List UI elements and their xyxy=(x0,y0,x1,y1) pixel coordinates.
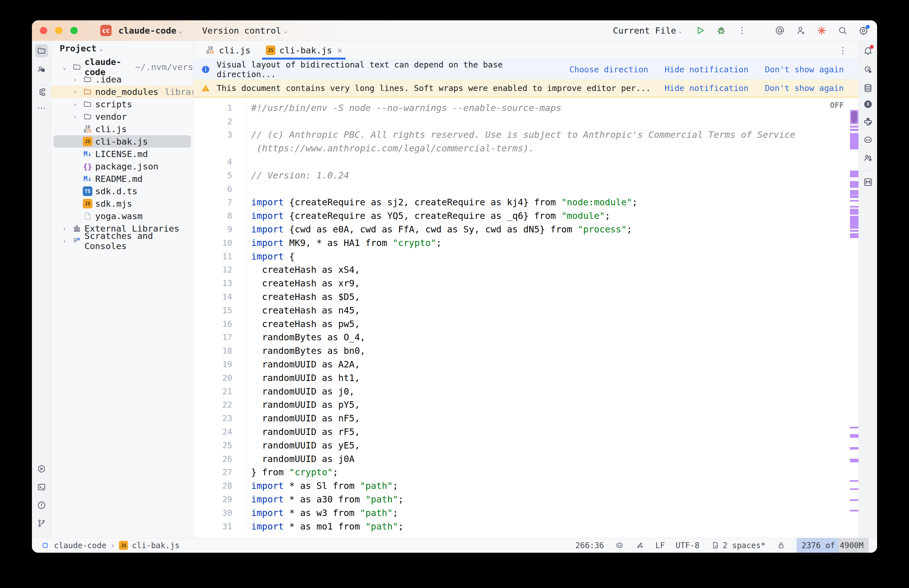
soft-wrap-indicator[interactable]: OFF xyxy=(830,101,844,110)
breadcrumb-file[interactable]: cli-bak.js xyxy=(132,541,180,550)
tree-item-label: vendor xyxy=(95,111,127,122)
tree-row[interactable]: ›node_moduleslibrary xyxy=(51,86,193,98)
editor-tab-bar: 10OJScli.jsJScli-bak.js×⋮ xyxy=(194,41,859,60)
run-configuration-selector[interactable]: Current File ⌄ xyxy=(610,26,685,36)
problems-icon[interactable] xyxy=(35,499,48,512)
line-number: 28 xyxy=(194,479,247,493)
ai-burst-icon[interactable] xyxy=(816,25,827,36)
chevron-right-icon[interactable]: › xyxy=(70,113,80,120)
tree-row[interactable]: ⌄claude-code~/.nvm/vers xyxy=(51,61,193,73)
line-number: 29 xyxy=(194,493,247,506)
notifications-bell-icon[interactable] xyxy=(862,44,874,57)
tree-row[interactable]: M↓LICENSE.md xyxy=(51,148,193,160)
tree-row[interactable]: 10OJScli.js xyxy=(51,123,193,135)
chevron-right-icon[interactable]: › xyxy=(70,89,80,95)
chevron-right-icon[interactable]: › xyxy=(70,76,80,83)
more-vertical-icon[interactable] xyxy=(736,25,748,36)
close-tab-icon[interactable]: × xyxy=(337,45,342,55)
dependency-icon[interactable] xyxy=(862,116,874,128)
banner-action-link[interactable]: Hide notification xyxy=(665,83,749,93)
code-line: 4 xyxy=(194,155,859,169)
zoom-window-button[interactable] xyxy=(70,27,77,34)
tree-item-label: sdk.mjs xyxy=(95,199,132,209)
tree-item-label: package.json xyxy=(95,161,158,171)
code-text: import {createRequire as sj2, createRequ… xyxy=(247,197,638,208)
line-number: 2 xyxy=(194,115,247,128)
tree-row[interactable]: ›Scratches and Consoles xyxy=(51,235,193,247)
banner-action-link[interactable]: Don't show again xyxy=(765,65,844,74)
change-mark xyxy=(850,133,859,149)
code-line: 29import * as a30 from "path"; xyxy=(194,493,859,506)
code-text: import {createRequire as YQ5, createRequ… xyxy=(247,210,610,221)
tab-label: cli.js xyxy=(219,45,250,55)
copilot-icon[interactable] xyxy=(862,134,874,146)
tab-cli.js[interactable]: 10OJScli.js xyxy=(197,41,258,60)
chevron-right-icon[interactable]: › xyxy=(70,101,80,108)
tree-item-label: sdk.d.ts xyxy=(95,186,137,196)
chevron-right-icon[interactable]: › xyxy=(60,237,69,245)
ide-window: cc claude-code ⌄ Version control ⌄ Curre… xyxy=(32,20,877,553)
indent-config-icon xyxy=(710,541,720,550)
project-widget[interactable]: claude-code ⌄ xyxy=(116,26,185,36)
more-horizontal-icon[interactable] xyxy=(35,102,48,115)
tab-options-icon[interactable]: ⋮ xyxy=(839,41,847,60)
git-branch-icon[interactable] xyxy=(35,517,48,530)
settings-gear-icon[interactable] xyxy=(858,25,869,36)
change-mark xyxy=(850,206,859,208)
tree-row[interactable]: {}package.json xyxy=(51,160,193,173)
encoding-selector[interactable]: UTF-8 xyxy=(676,541,699,550)
highlighting-off-icon[interactable] xyxy=(635,541,644,550)
tree-row-content: 10OJScli.js xyxy=(51,124,127,134)
close-window-button[interactable] xyxy=(40,27,47,34)
code-with-me-icon[interactable] xyxy=(862,152,874,164)
tree-item-label: scripts xyxy=(95,99,132,109)
database-icon[interactable] xyxy=(862,82,874,94)
terminal-icon[interactable] xyxy=(35,481,48,494)
debug-icon[interactable] xyxy=(715,25,727,36)
line-number: 9 xyxy=(194,223,247,236)
line-number: 20 xyxy=(194,371,247,384)
project-folder-icon[interactable] xyxy=(35,44,48,57)
x-circle-icon[interactable]: X xyxy=(862,98,874,110)
line-ending-selector[interactable]: LF xyxy=(656,541,665,550)
breadcrumb-project[interactable]: claude-code xyxy=(54,541,106,550)
banner-action-link[interactable]: Hide notification xyxy=(665,65,749,74)
tree-row[interactable]: TSsdk.d.ts xyxy=(51,185,193,197)
change-mark xyxy=(850,216,859,229)
json-icon: {} xyxy=(82,161,93,172)
line-number: 18 xyxy=(194,344,247,357)
tree-row[interactable]: ›vendor xyxy=(51,110,193,123)
tree-row-content: M↓README.md xyxy=(51,173,143,184)
search-icon[interactable] xyxy=(837,25,848,36)
at-icon[interactable] xyxy=(774,25,786,36)
tree-row[interactable]: JScli-bak.js xyxy=(51,135,193,148)
tree-row[interactable]: ›scripts xyxy=(51,98,193,110)
code-editor[interactable]: OFF 1#!/usr/bin/env -S node --no-warning… xyxy=(194,97,859,538)
indent-selector[interactable]: 2 spaces* xyxy=(710,541,765,550)
chevron-down-icon[interactable]: ⌄ xyxy=(60,63,69,71)
caret-position[interactable]: 266:36 xyxy=(575,541,604,550)
memory-indicator[interactable]: 2376 of 4900M xyxy=(797,538,869,553)
structure-icon[interactable] xyxy=(35,86,48,99)
vcs-widget[interactable]: Version control ⌄ xyxy=(199,26,290,36)
run-icon[interactable] xyxy=(694,25,706,36)
ai-assistant-icon[interactable] xyxy=(862,63,874,76)
banner-action-link[interactable]: Choose direction xyxy=(569,65,648,74)
project-panel-header[interactable]: Project ⌄ xyxy=(60,42,103,55)
markdown-plugin-icon[interactable] xyxy=(862,176,874,188)
vcs-help-icon[interactable]: ? xyxy=(35,63,48,76)
code-text: randomUUID as pY5, xyxy=(247,399,360,410)
minimize-window-button[interactable] xyxy=(55,27,63,34)
banner-action-link[interactable]: Don't show again xyxy=(765,83,844,93)
tree-item-label: .idea xyxy=(95,74,121,84)
tree-row[interactable]: JSsdk.mjs xyxy=(51,197,193,210)
add-user-icon[interactable] xyxy=(795,25,806,36)
editor-scrollbar[interactable] xyxy=(850,97,859,538)
services-icon[interactable] xyxy=(35,462,48,475)
copilot-status-icon[interactable] xyxy=(615,541,624,550)
tree-row[interactable]: yoga.wasm xyxy=(51,210,193,222)
change-mark xyxy=(850,181,859,188)
tab-cli-bak.js[interactable]: JScli-bak.js× xyxy=(258,41,350,60)
lock-open-icon[interactable] xyxy=(776,541,786,550)
tree-row[interactable]: M↓README.md xyxy=(51,173,193,185)
